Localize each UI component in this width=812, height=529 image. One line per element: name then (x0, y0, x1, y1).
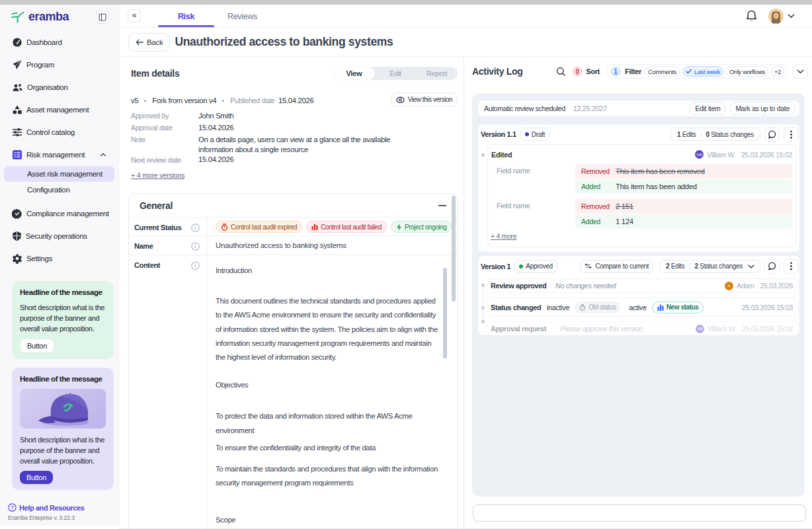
svg-text:?: ? (11, 505, 14, 510)
